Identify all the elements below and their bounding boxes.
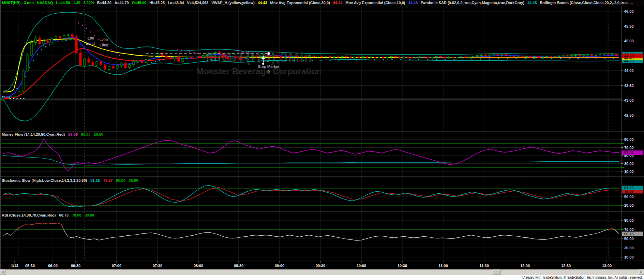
svg-text:42.50: 42.50 xyxy=(624,113,634,117)
svg-text:11:00: 11:00 xyxy=(438,264,448,268)
svg-text:70.00: 70.00 xyxy=(624,227,634,232)
indicator-value: 57.06 xyxy=(68,132,78,136)
indicator-name: RSI (Close,14,30,70,Cyan,Red) xyxy=(2,213,56,217)
bollinger-lower-line xyxy=(3,60,619,121)
legend-segment: VWAP_H (yellow,yellow) xyxy=(211,1,255,5)
svg-text:08:00: 08:00 xyxy=(194,264,203,268)
legend-segment: Bollinger Bands (Close,Close,Close,20,2,… xyxy=(540,1,633,5)
bollinger-upper-line xyxy=(3,12,619,91)
svg-text:0: 0 xyxy=(268,70,270,74)
svg-text:10:00: 10:00 xyxy=(357,264,366,268)
legend-segment: Mov Avg Exponential (Close,10,0) xyxy=(345,1,405,5)
legend-segment: NASDAQ xyxy=(37,1,53,5)
svg-text:06:30: 06:30 xyxy=(71,264,80,268)
price-badge: 81.25 xyxy=(622,186,643,190)
rsi-pane xyxy=(3,223,619,240)
indicator-value: 60.73 xyxy=(59,213,69,217)
svg-text:07:00: 07:00 xyxy=(112,264,121,268)
svg-text:10.00: 10.00 xyxy=(624,170,634,174)
legend-segment: 44.43 xyxy=(258,1,267,5)
svg-text:43.50: 43.50 xyxy=(624,84,634,88)
scrollbar-thumb[interactable] xyxy=(493,269,500,275)
time-axis[interactable]: 1/1305:3006:0006:3007:0007:3008:0008:300… xyxy=(11,261,612,268)
legend-segment: 1.39 xyxy=(73,1,80,5)
svg-text:30.00: 30.00 xyxy=(624,246,634,250)
price-badge: 57.06 xyxy=(622,150,643,155)
svg-text:20.00: 20.00 xyxy=(624,203,634,207)
legend-segment: Mov Avg Exponential (Close,30,0) xyxy=(270,1,330,5)
legend-segment: O=45.00 xyxy=(132,1,147,5)
indicator-value: 30.00 xyxy=(85,213,94,217)
svg-text:Limit: Limit xyxy=(86,41,95,45)
horizontal-scrollbar[interactable]: ◄ ► xyxy=(0,269,644,275)
svg-text:Limit: Limit xyxy=(100,43,109,47)
indicator-value: 81.25 xyxy=(90,178,100,182)
legend-segment: 44.45 xyxy=(527,1,537,5)
svg-text:45.50: 45.50 xyxy=(624,24,634,28)
svg-text:09:30: 09:30 xyxy=(316,264,325,268)
svg-text:60.73: 60.73 xyxy=(624,232,634,236)
legend-segment: 3.22% xyxy=(84,1,94,5)
svg-text:1/13: 1/13 xyxy=(11,264,18,268)
vwap-line xyxy=(3,39,619,92)
svg-text:05:30: 05:30 xyxy=(25,264,35,268)
legend-segment: MNST(HB) - 3 min xyxy=(2,1,34,5)
svg-text:07:30: 07:30 xyxy=(153,264,162,268)
svg-text:44.00: 44.00 xyxy=(624,69,634,73)
legend-segment: B=44.20 xyxy=(97,1,111,5)
legend-segment: Parabolic SAR (0.02,0.2,true,Cyan,Magent… xyxy=(421,1,524,5)
svg-text:10.00: 10.00 xyxy=(624,255,634,259)
svg-text:30.00: 30.00 xyxy=(624,162,634,166)
indicator-value: 80.00 xyxy=(81,132,91,136)
slow-k-line xyxy=(3,186,619,207)
status-bar: Created with TradeStation. ©TradeStation… xyxy=(0,275,644,280)
indicator-name: Money Flow (14,14,20,80,Cyan,Red) xyxy=(2,132,65,136)
svg-text:50.00: 50.00 xyxy=(624,195,634,199)
svg-text:50.00: 50.00 xyxy=(624,237,634,241)
svg-text:45.00: 45.00 xyxy=(624,39,634,43)
svg-text:12:00: 12:00 xyxy=(520,264,530,268)
indicator-value: 80.00 xyxy=(116,178,125,182)
order-annotations[interactable]: -100Limit-200LimitStop Market0 xyxy=(86,36,280,74)
svg-text:-100: -100 xyxy=(87,36,94,40)
legend-segment: L=44.50 xyxy=(56,1,70,5)
rsi-line xyxy=(3,223,619,240)
svg-text:57.06: 57.06 xyxy=(624,151,634,155)
svg-text:90.00: 90.00 xyxy=(624,137,634,142)
indicator-value: 20.00 xyxy=(129,178,138,182)
svg-text:10:30: 10:30 xyxy=(398,264,407,268)
svg-text:08:30: 08:30 xyxy=(234,264,243,268)
indicator-value: 20.00 xyxy=(94,132,103,136)
svg-text:90.00: 90.00 xyxy=(624,218,634,222)
price-axis[interactable]: 46.0045.5045.0044.5044.0043.5043.0042.50… xyxy=(621,9,643,259)
price-overlays xyxy=(3,12,619,121)
svg-text:44.50: 44.50 xyxy=(624,54,634,58)
svg-text:43.00: 43.00 xyxy=(624,98,634,102)
scroll-right-icon[interactable]: ► xyxy=(639,269,644,275)
svg-text:70.00: 70.00 xyxy=(624,146,634,150)
scroll-left-icon[interactable]: ◄ xyxy=(0,269,5,275)
indicator-name: Stochastic Slow (High,Low,Close,14,3,3,1… xyxy=(2,178,87,182)
legend-segment: Lo=43.94 xyxy=(168,1,184,5)
price-badge: 60.73 xyxy=(622,232,643,236)
rsi-indicator-label[interactable]: RSI (Close,14,30,70,Cyan,Red)60.7370.003… xyxy=(2,213,98,217)
svg-text:13:00: 13:00 xyxy=(602,264,612,268)
legend-segment: V=4,524,963 xyxy=(187,1,209,5)
stochastic-indicator-label[interactable]: Stochastic Slow (High,Low,Close,14,3,3,1… xyxy=(2,178,141,182)
svg-text:46.00: 46.00 xyxy=(624,9,634,13)
price-badge: 44.50 xyxy=(622,54,643,58)
svg-text:11:30: 11:30 xyxy=(479,264,489,268)
indicator-value: 70.00 xyxy=(72,213,81,217)
legend-segment: A=44.79 xyxy=(115,1,129,5)
svg-text:09:00: 09:00 xyxy=(275,264,284,268)
legend-segment: 44.48 xyxy=(408,1,418,5)
svg-text:Stop Market: Stop Market xyxy=(258,64,280,69)
order-marker-icon[interactable] xyxy=(261,52,270,65)
status-text: Created with TradeStation. ©TradeStation… xyxy=(522,276,643,279)
indicator-value: 72.87 xyxy=(103,178,113,182)
money-flow-indicator-label[interactable]: Money Flow (14,14,20,80,Cyan,Red)57.0680… xyxy=(2,132,107,136)
legend-segment: Hi=45.25 xyxy=(149,1,165,5)
stochastic-pane xyxy=(3,186,619,207)
svg-text:81.25: 81.25 xyxy=(624,186,634,190)
legend-segment: 44.44 xyxy=(333,1,343,5)
